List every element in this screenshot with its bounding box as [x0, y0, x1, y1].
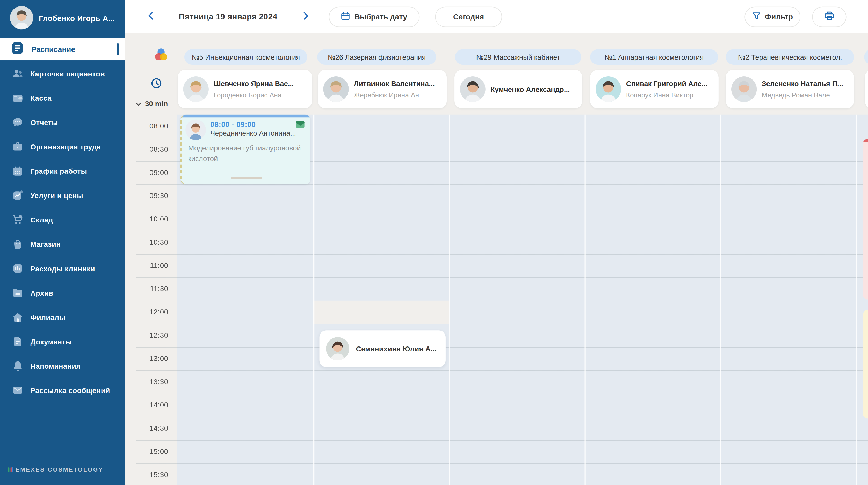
time-label: 12:00: [136, 301, 168, 324]
sidebar-item-label: Касса: [31, 94, 52, 102]
user-avatar: [10, 6, 33, 30]
appointment-card[interactable]: Семенихина Юлия А...: [319, 330, 445, 367]
sidebar-item-documents[interactable]: Документы: [0, 329, 125, 354]
room-chip: №2 Терапевтическая косметол.: [726, 49, 854, 65]
sidebar-item-services[interactable]: Услуги и цены: [0, 183, 125, 208]
appointment-time: 08:00 - 09:00: [210, 120, 256, 128]
clock-icon: [151, 78, 162, 89]
doctor-avatar: [323, 77, 348, 102]
time-label: 09:30: [136, 184, 168, 208]
sidebar: Глобенко Игорь А... Расписание Карточки …: [0, 0, 125, 485]
time-label: 14:00: [136, 394, 168, 417]
doctor-card[interactable]: Спивак Григорий Але...Копарук Инна Викто…: [590, 70, 719, 109]
pick-date-label: Выбрать дату: [354, 13, 407, 21]
schedule-area: 30 min №5 Инъекционная косметология №26 …: [125, 33, 868, 485]
sidebar-item-reminders[interactable]: Напоминания: [0, 354, 125, 378]
resize-handle[interactable]: [231, 177, 262, 179]
doctor-assistant: Жеребнюк Ирина Ан...: [354, 91, 435, 99]
patient-avatar: [185, 120, 206, 140]
doctor-avatar: [460, 77, 485, 102]
today-label: Сегодня: [453, 13, 484, 21]
appointment-card-partial[interactable]: [863, 139, 868, 300]
palette-icon[interactable]: [154, 48, 168, 62]
time-label: 15:30: [136, 463, 168, 485]
appointment-patient: Чередниченко Антонина...: [210, 129, 306, 137]
doctor-name: Кумченко Александр...: [491, 85, 570, 93]
doctor-name: Спивак Григорий Але...: [626, 80, 708, 88]
prev-day-button[interactable]: [147, 12, 157, 22]
app-window: Глобенко Игорь А... Расписание Карточки …: [0, 0, 868, 485]
doctor-assistant: Медведь Роман Вале...: [762, 91, 843, 99]
patients-icon: [12, 68, 23, 79]
sidebar-item-label: Отчеты: [31, 118, 58, 126]
unavailable-slot: [313, 301, 449, 324]
sidebar-item-label: Напоминания: [31, 362, 81, 370]
doctor-avatar: [596, 77, 621, 102]
calendar-small-icon: [341, 12, 350, 22]
sidebar-item-cashbox[interactable]: Касса: [0, 86, 125, 110]
today-button[interactable]: Сегодня: [435, 7, 502, 27]
sidebar-item-archive[interactable]: Архив: [0, 281, 125, 305]
sidebar-item-label: Рассылка сообщений: [31, 386, 110, 394]
column-separator: [856, 115, 857, 485]
sidebar-item-expenses[interactable]: Расходы клиники: [0, 256, 125, 281]
sidebar-item-label: Склад: [31, 216, 53, 224]
sidebar-item-label: Магазин: [31, 240, 61, 248]
doctor-card[interactable]: Шевченко Ярина Вас...Городенко Борис Ана…: [178, 70, 312, 109]
doctor-card[interactable]: Зелененко Наталья П...Медведь Роман Вале…: [726, 70, 854, 109]
user-profile[interactable]: Глобенко Игорь А...: [0, 0, 125, 37]
sidebar-item-label: Карточки пациентов: [31, 69, 105, 78]
sidebar-item-label: Филиалы: [31, 313, 65, 321]
reports-icon: [12, 117, 23, 128]
filter-icon: [752, 12, 760, 22]
time-label: 11:30: [136, 277, 168, 301]
sidebar-item-work-schedule[interactable]: График работы: [0, 159, 125, 183]
time-label: 10:00: [136, 208, 168, 231]
schedule-icon: [12, 42, 23, 56]
sidebar-item-warehouse[interactable]: Склад: [0, 208, 125, 232]
interval-dropdown[interactable]: 30 min: [136, 99, 168, 109]
printer-icon: [824, 11, 834, 23]
column-separator: [584, 115, 585, 485]
sidebar-item-organization[interactable]: Организация труда: [0, 134, 125, 159]
active-indicator: [117, 43, 119, 55]
doctor-card[interactable]: Литвинюк Валентина...Жеребнюк Ирина Ан..…: [318, 70, 447, 109]
sidebar-item-patients[interactable]: Карточки пациентов: [0, 61, 125, 86]
doctor-card-partial: [865, 70, 868, 109]
sidebar-item-schedule[interactable]: Расписание: [0, 38, 125, 61]
sidebar-item-label: Услуги и цены: [31, 191, 83, 200]
house-icon: [12, 312, 23, 323]
column-separator: [313, 115, 314, 485]
topbar: Пятница 19 января 2024 Выбрать дату Сего…: [125, 0, 868, 33]
folder-icon: [12, 287, 23, 298]
sidebar-nav: Карточки пациентов Касса Отчеты Организа…: [0, 61, 125, 402]
pick-date-button[interactable]: Выбрать дату: [329, 7, 420, 27]
doctor-name: Шевченко Ярина Вас...: [214, 80, 293, 88]
patient-avatar: [326, 337, 349, 360]
filter-button[interactable]: Фильтр: [744, 7, 800, 27]
appointment-card-partial[interactable]: [863, 310, 868, 419]
appointment-status-bar: [182, 115, 310, 118]
brand-logo: emexes-cosmetology: [8, 466, 103, 473]
user-name: Глобенко Игорь А...: [39, 0, 121, 37]
next-day-button[interactable]: [302, 12, 312, 22]
schedule-grid[interactable]: 08:00 08:30 09:00 09:30 10:00 10:30 11:0…: [136, 115, 868, 485]
sidebar-item-reports[interactable]: Отчеты: [0, 110, 125, 134]
room-chip: №29 Массажный кабинет: [455, 49, 581, 65]
sidebar-item-shop[interactable]: Магазин: [0, 232, 125, 256]
time-label: 12:30: [136, 324, 168, 347]
doctor-avatar: [183, 77, 209, 102]
services-icon: [12, 190, 23, 201]
sidebar-item-messages[interactable]: Рассылка сообщений: [0, 378, 125, 402]
sidebar-item-branches[interactable]: Филиалы: [0, 305, 125, 329]
doctor-card[interactable]: Кумченко Александр...: [455, 70, 582, 109]
time-label: 08:00: [136, 115, 168, 138]
sidebar-item-label: График работы: [31, 167, 87, 175]
bag-icon: [12, 239, 23, 250]
calendar-icon: [12, 165, 23, 177]
appointment-card[interactable]: 08:00 - 09:00 Чередниченко Антонина... М…: [181, 115, 310, 184]
print-button[interactable]: [812, 7, 846, 27]
time-label: 14:30: [136, 417, 168, 440]
room-chip: №1 Аппаратная косметология: [590, 49, 718, 65]
sidebar-item-label: Расписание: [32, 45, 75, 53]
